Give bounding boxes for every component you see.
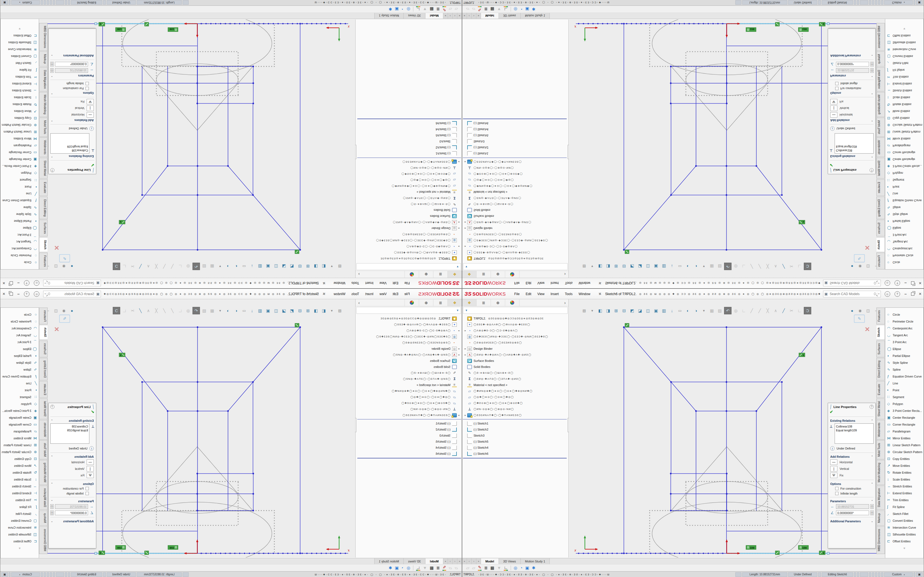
cross-tool-icon[interactable]: ╳ <box>153 307 160 314</box>
vertical-relation-button-icon[interactable]: ❘ <box>87 466 94 472</box>
flyout-item-copy-entities[interactable]: ⊡Copy Entities <box>885 455 924 462</box>
tree-item-sketch5[interactable]: (-) Sketch5 <box>462 132 569 139</box>
flyout-item-circular-sketch-pattern[interactable]: ⊛Circular Sketch Pattern <box>885 448 924 455</box>
cross-tool-icon[interactable]: ╳ <box>153 263 160 270</box>
flyout-item-style-spline[interactable]: ∿Style Spline <box>0 359 39 366</box>
camera-check-icon[interactable]: ◎ <box>514 566 517 571</box>
ok-check-icon[interactable]: ✔ <box>828 409 876 416</box>
vertical-relation-button[interactable]: ❘Vertical <box>828 466 876 472</box>
appearance-sphere-icon[interactable]: ● <box>848 263 856 270</box>
vertex-points[interactable] <box>623 326 822 554</box>
horizontal-relation-button-icon[interactable]: — <box>830 459 837 465</box>
tree-item-sketch1[interactable]: (-) Sketch1 <box>355 151 462 156</box>
search-icon[interactable] <box>48 282 50 284</box>
flyout-item-stretch-entities[interactable]: ↔Stretch Entities <box>0 483 39 490</box>
expand-caret-icon[interactable]: ▸ <box>464 347 467 350</box>
menu-file[interactable]: File <box>402 280 412 286</box>
grid-table-icon[interactable]: ▦ <box>430 7 434 12</box>
search-dropdown-icon[interactable]: ▾ <box>45 293 47 295</box>
view-bottom-icon[interactable]: ◪ <box>280 307 288 314</box>
command-tab-weldments[interactable]: Weldments <box>876 137 885 157</box>
command-tab-evaluate[interactable]: Evaluate <box>876 381 885 398</box>
vertex-points[interactable] <box>102 326 301 554</box>
relation-badge-3-bottom[interactable]: 3 <box>99 22 105 26</box>
expand-caret-icon[interactable]: ▸ <box>464 245 467 248</box>
flyout-item-fit-spline[interactable]: ∫Fit Spline <box>0 503 39 510</box>
tree-item-origin[interactable]: ⊥◯ИΝ◦⊙◎⊛◯◦◯⊛◎⊙◦ΝИ◯ <box>462 406 569 412</box>
spin-down-icon[interactable]: ▼ <box>50 513 53 515</box>
view-trimetric-icon[interactable]: ▥ <box>660 307 668 314</box>
confirmation-corner[interactable]: ✎ × <box>51 242 70 263</box>
tab-nav-arrow-icon[interactable]: « <box>457 558 462 564</box>
tab-display-manager[interactable] <box>505 299 520 306</box>
tree-item-top-plane[interactable]: ▱◯◎✚◯∗⊙◯◦◯⊙∗◯✚◎◯ <box>355 394 462 400</box>
search-box[interactable]: ▣ ▾ <box>823 291 881 297</box>
flyout-item-extend-entities[interactable]: ⊢Extend Entities <box>0 490 39 496</box>
spin-up-icon[interactable]: ▲ <box>50 511 53 513</box>
spin-down-icon[interactable]: ▼ <box>50 62 53 64</box>
exit-sketch-icon[interactable]: ✎ <box>63 256 66 261</box>
relation-badge-3-bottom[interactable]: 3 <box>819 551 825 555</box>
tree-item-comments[interactable]: ▥◯Ƨ✚ЗƐƧ◯ИΝ◎◦✚ƆЗƐ◯◦◯ƐЗƆ✚◦◎ΝИ◯ƧƐЗ✚Ƨ◯ <box>462 334 569 340</box>
panel-expand-chevron-icon[interactable]: › <box>355 271 362 278</box>
menu-view[interactable]: View <box>535 280 547 286</box>
relation-badge-equal-109[interactable]: 109 <box>746 27 756 32</box>
panel-expand-chevron-icon[interactable]: › <box>355 299 362 306</box>
flyout-item-segment[interactable]: ∷Segment <box>885 177 924 184</box>
profile-corner-icon[interactable]: ∟ <box>504 6 508 12</box>
doc-tab-motion-study-1[interactable]: Motion Study 1 <box>520 558 550 564</box>
more-tools-chevron-icon[interactable]: » <box>18 27 22 31</box>
doc-tab-3d-views[interactable]: 3D Views <box>499 13 520 19</box>
flyout-item-extend-entities[interactable]: ⊢Extend Entities <box>885 490 924 496</box>
corner-tool-icon[interactable]: ∟ <box>121 263 128 270</box>
relation-item[interactable]: Collinear108 <box>52 149 88 153</box>
tree-item-sketch6[interactable]: (-) Sketch6 <box>355 451 462 457</box>
spin-down-icon[interactable]: ▼ <box>50 507 53 509</box>
flyout-item-move-entities[interactable]: ↗Move Entities <box>0 108 39 115</box>
confirmation-corner[interactable]: ✎ × <box>854 242 873 263</box>
flyout-item-extend-entities[interactable]: ⊢Extend Entities <box>885 81 924 87</box>
relation-item[interactable]: Equal length109 <box>836 145 872 149</box>
tree-item-sketch1[interactable]: (-) Sketch1 <box>462 421 569 426</box>
section-existing-relations[interactable]: Existing Relations⌃ <box>828 154 876 159</box>
flyout-item-centerpoint-arc[interactable]: ◠Centerpoint Arc <box>885 325 924 332</box>
appearance-sphere-icon[interactable]: ● <box>848 307 856 314</box>
more-tools-chevron-icon[interactable]: » <box>903 546 906 550</box>
grid-table-icon[interactable]: ▦ <box>490 566 494 571</box>
shaded-edges-icon[interactable]: ◐ <box>233 307 240 314</box>
option-for-construction[interactable]: For construction <box>828 86 876 91</box>
command-tab-sketch[interactable]: Sketch <box>876 237 885 252</box>
restore-button[interactable] <box>10 292 13 296</box>
minimize-button[interactable]: – <box>905 281 907 285</box>
paintbrush-icon[interactable]: ✎ <box>443 565 446 571</box>
normal-to-icon[interactable]: ↓ <box>248 263 256 270</box>
flyout-item-trim-entities[interactable]: ✂Trim Entities <box>0 496 39 503</box>
ok-check-icon[interactable]: ✔ <box>48 161 96 168</box>
command-tab-evaluate[interactable]: Evaluate <box>876 179 885 196</box>
option-infinite-length[interactable]: Infinite length <box>48 491 96 496</box>
line-tool-icon[interactable]: ╱ <box>169 263 176 270</box>
checkbox[interactable] <box>86 487 89 490</box>
tree-item-sketch2[interactable]: (-) Sketch2 <box>462 145 569 151</box>
command-tab-features[interactable]: Features <box>876 253 885 269</box>
tree-item-annotations[interactable]: ▸A◯ƧИ◎◦✚A✚◎ИA◯◦◯AИ◎✚A✚◦◎ИƧ◯ <box>462 352 569 358</box>
tree-item-locked-folder[interactable]: ▸◯ƧЗƐИΝA⊓✚◯◦◯✚⊓AΝИƐЗƧ◯ <box>355 412 462 418</box>
expand-caret-icon[interactable]: ▸ <box>457 245 460 248</box>
vertex-points[interactable] <box>102 23 301 251</box>
shaded-icon[interactable]: ◑ <box>225 307 232 314</box>
document-icon[interactable]: ▤ <box>336 263 344 270</box>
tree-item-sketch1[interactable]: (-) Sketch1 <box>462 151 569 156</box>
active-line-icon[interactable]: ╱ <box>780 263 787 270</box>
pin-icon[interactable]: ✚ <box>322 291 327 297</box>
help-icon[interactable]: ? <box>895 280 900 286</box>
rollback-bar[interactable] <box>463 458 567 459</box>
tree-item-sensors[interactable]: ★◯ƧƧƐ✚◦⊛◎ΛAΦ◯◦◯ΦAΛ◎⊛◦✚ƐƧƧ◯ <box>462 321 569 327</box>
document-icon[interactable]: ▤ <box>336 307 344 314</box>
menu-view[interactable]: View <box>377 291 389 297</box>
spinner[interactable]: ▲▼ <box>871 62 874 66</box>
filter-icon[interactable]: ▼ <box>423 7 427 11</box>
tree-item-markup[interactable]: ✎◯Ƨ◦∗⊛AƜ◯◦◯ƜA⊛∗◦Ƨ◯ <box>355 370 462 376</box>
exit-sketch-icon[interactable]: ✎ <box>858 256 861 261</box>
restore-button[interactable] <box>10 282 13 285</box>
view-back-icon[interactable]: ◨ <box>312 307 320 314</box>
